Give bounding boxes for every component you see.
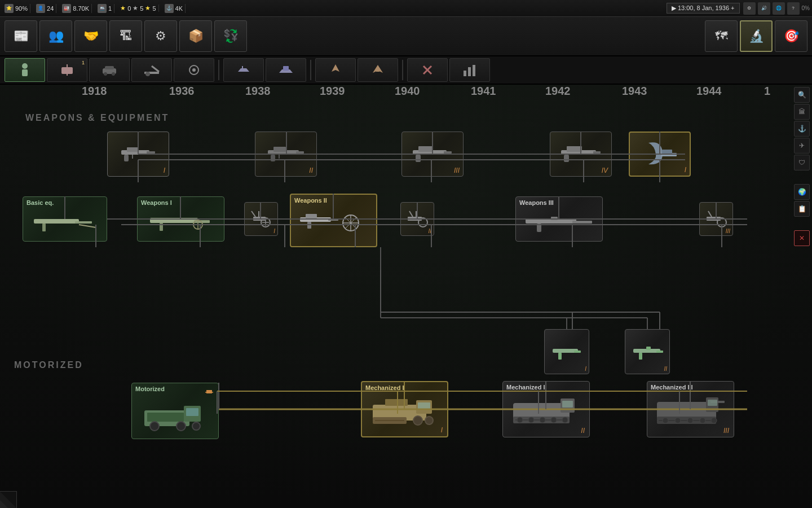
- weapons-2-upgrade-node[interactable]: II: [400, 202, 434, 236]
- weapons-3-upgrade-node[interactable]: III: [699, 202, 733, 236]
- auto-rifle-1-node[interactable]: I: [544, 329, 589, 374]
- year-row: 1918 1936 1938 1939 1940 1941 1942 1943 …: [8, 85, 798, 107]
- auto-rifle-2-node[interactable]: II: [625, 329, 670, 374]
- auto2-tier: II: [664, 366, 667, 372]
- svg-rect-61: [593, 151, 601, 154]
- svg-line-91: [409, 211, 413, 217]
- mech-1-node[interactable]: Mechanized I: [361, 381, 448, 437]
- mech2-tier: II: [581, 427, 585, 435]
- sub-btn-navy1[interactable]: [223, 58, 264, 82]
- weapons-upgrade-node[interactable]: I: [244, 202, 278, 236]
- sidebar-close[interactable]: ✕: [794, 230, 810, 246]
- air-divider: [310, 60, 311, 80]
- smg-node-5[interactable]: I: [629, 132, 691, 177]
- notifications-icon[interactable]: 🌐: [773, 2, 785, 15]
- stability-icon: ⭐: [5, 4, 14, 13]
- sidebar-btn-2[interactable]: ⚓: [794, 121, 810, 137]
- toolbar-btn-news[interactable]: 📰: [5, 20, 37, 52]
- svg-rect-1: [22, 69, 28, 76]
- svg-point-120: [413, 416, 422, 425]
- svg-rect-20: [473, 65, 475, 76]
- stability-stat: ⭐ 90%: [2, 4, 30, 13]
- sidebar-btn-5[interactable]: 🌍: [794, 184, 810, 200]
- sub-btn-infantry[interactable]: [5, 58, 45, 82]
- svg-rect-15: [376, 69, 379, 72]
- svg-point-129: [528, 417, 534, 423]
- tech-connections-overlay: [8, 126, 798, 508]
- sub-btn-artillery[interactable]: [131, 58, 172, 82]
- svg-rect-96: [537, 224, 541, 232]
- connection-lines: [8, 126, 798, 508]
- toolbar-btn-map3[interactable]: 🎯: [775, 20, 807, 52]
- svg-point-6: [104, 72, 107, 76]
- mech-3-node[interactable]: Mechanized III: [647, 381, 734, 437]
- toolbar-btn-logistics[interactable]: 📦: [179, 20, 212, 52]
- toolbar-btn-construction[interactable]: 🏗: [109, 20, 142, 52]
- smg1-tier: I: [164, 167, 165, 174]
- stars3-value: 5: [152, 5, 156, 12]
- svg-point-142: [700, 418, 705, 423]
- year-1939: 1939: [320, 85, 345, 98]
- svg-point-128: [517, 417, 523, 423]
- svg-rect-71: [160, 223, 163, 231]
- time-display[interactable]: ▶ 13:00, 8 Jan, 1936 +: [667, 3, 740, 14]
- help-icon[interactable]: ?: [787, 2, 800, 15]
- audio-icon[interactable]: 🔊: [758, 2, 770, 15]
- toolbar-btn-map1[interactable]: 🗺: [705, 20, 738, 52]
- upgrade3-tier: III: [726, 228, 730, 234]
- upgrade-tier: I: [273, 228, 275, 234]
- mech-2-node[interactable]: Mechanized II: [502, 381, 590, 437]
- sidebar-zoom-in[interactable]: 🔍: [794, 87, 810, 103]
- svg-line-68: [79, 225, 96, 227]
- top-bar-right: ▶ 13:00, 8 Jan, 1936 + ⚙ 🔊 🌐 ? 0%: [667, 2, 810, 15]
- sub-btn-air2[interactable]: [358, 58, 398, 82]
- toolbar-btn-production[interactable]: ⚙: [144, 20, 177, 52]
- tech-tree-container: 1918 1936 1938 1939 1940 1941 1942 1943 …: [8, 85, 798, 508]
- smg-node-3[interactable]: III: [401, 132, 464, 177]
- sidebar-btn-3[interactable]: ✈: [794, 138, 810, 154]
- weapons-3-node[interactable]: Weapons III: [515, 196, 603, 242]
- upgrade2-tier: II: [428, 228, 431, 234]
- sidebar-btn-1[interactable]: 🏛: [794, 104, 810, 120]
- sub-btn-navy2[interactable]: [266, 58, 306, 82]
- stars2-value: 5: [140, 5, 143, 12]
- weapons-2-node[interactable]: Weapons II: [290, 194, 377, 247]
- year-1941: 1941: [471, 85, 496, 98]
- toolbar-btn-trade[interactable]: 💱: [214, 20, 247, 52]
- sidebar-btn-6[interactable]: 📋: [794, 201, 810, 217]
- toolbar-btn-politics[interactable]: 👥: [39, 20, 72, 52]
- svg-rect-48: [124, 155, 129, 161]
- basic-eq-node[interactable]: Basic eq.: [23, 196, 107, 242]
- sub-btn-other1[interactable]: [174, 58, 214, 82]
- sub-btn-armor[interactable]: [89, 58, 130, 82]
- svg-rect-107: [646, 347, 651, 350]
- svg-point-113: [176, 422, 186, 431]
- smg5-tier: I: [685, 166, 686, 174]
- sub-btn-support[interactable]: 1: [47, 58, 87, 82]
- smg-node-1[interactable]: I: [107, 132, 169, 177]
- svg-rect-69: [150, 218, 198, 223]
- sidebar-btn-4[interactable]: 🛡: [794, 155, 810, 170]
- industry-value: 8.70K: [73, 5, 89, 12]
- toolbar-btn-research[interactable]: 🔬: [740, 20, 773, 52]
- svg-rect-58: [416, 155, 421, 162]
- weapons-1-node[interactable]: Weapons I: [137, 196, 224, 242]
- mech3-tier: III: [723, 427, 729, 435]
- sub-btn-stats[interactable]: [449, 58, 490, 82]
- smg-node-2[interactable]: II: [255, 132, 317, 177]
- div3: [402, 60, 403, 80]
- smg-node-4[interactable]: IV: [550, 132, 612, 177]
- svg-point-93: [418, 218, 427, 227]
- convoy-value: 1: [108, 5, 112, 12]
- svg-point-130: [540, 417, 545, 423]
- settings-icon[interactable]: ⚙: [743, 2, 756, 15]
- tech-tree-layout: I II: [8, 126, 798, 508]
- motorized-node[interactable]: Motorized: [131, 383, 219, 439]
- sub-btn-air1[interactable]: [315, 58, 356, 82]
- toolbar-btn-diplomacy[interactable]: 🤝: [74, 20, 107, 52]
- svg-rect-64: [662, 150, 672, 154]
- sub-btn-intel[interactable]: [407, 58, 448, 82]
- sub-toolbar: 1: [0, 56, 812, 85]
- industry-stat: 🏭 8.70K: [60, 4, 92, 13]
- content-area[interactable]: 1918 1936 1938 1939 1940 1941 1942 1943 …: [0, 85, 812, 508]
